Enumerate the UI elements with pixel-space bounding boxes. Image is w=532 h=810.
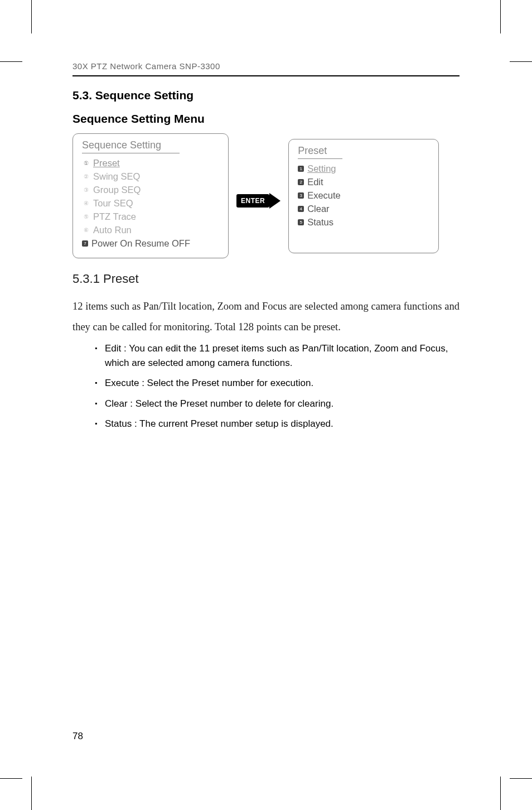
menu-item: 1Setting bbox=[298, 162, 429, 176]
preset-box: Preset 1Setting 2Edit 3Execute 4Clear 5S… bbox=[288, 139, 439, 253]
menu-item: 3Execute bbox=[298, 189, 429, 202]
menu-item: ②Swing SEQ bbox=[82, 170, 219, 184]
crop-mark bbox=[500, 0, 501, 33]
crop-mark bbox=[510, 778, 532, 779]
num-icon: 7 bbox=[82, 240, 88, 247]
page-number: 78 bbox=[72, 731, 83, 742]
crop-mark bbox=[0, 61, 22, 62]
num-icon: ① bbox=[82, 160, 90, 167]
num-icon: 4 bbox=[298, 206, 304, 212]
num-icon: ⑥ bbox=[82, 226, 90, 234]
crop-mark bbox=[31, 777, 32, 810]
menu-diagram: Sequence Setting ①Preset ②Swing SEQ ③Gro… bbox=[72, 133, 460, 258]
menu-item: ①Preset bbox=[82, 157, 219, 170]
num-icon: 5 bbox=[298, 219, 304, 225]
sequence-setting-box: Sequence Setting ①Preset ②Swing SEQ ③Gro… bbox=[72, 133, 229, 258]
list-item: Status : The current Preset number setup… bbox=[95, 417, 460, 431]
page-header: 30X PTZ Network Camera SNP-3300 bbox=[72, 61, 460, 76]
list-item: Clear : Select the Preset number to dele… bbox=[95, 397, 460, 411]
menu-item: ③Group SEQ bbox=[82, 184, 219, 197]
enter-badge: ENTER bbox=[236, 194, 269, 208]
menu-item: ④Tour SEQ bbox=[82, 197, 219, 210]
menu-item: ⑤PTZ Trace bbox=[82, 210, 219, 224]
menu-title: Sequence Setting Menu bbox=[72, 112, 460, 126]
menu-item: 7Power On Resume OFF bbox=[82, 237, 219, 250]
menu-item: 4Clear bbox=[298, 202, 429, 216]
num-icon: ② bbox=[82, 173, 90, 181]
num-icon: ④ bbox=[82, 200, 90, 208]
num-icon: 3 bbox=[298, 192, 304, 199]
box-title: Sequence Setting bbox=[82, 139, 180, 153]
enter-arrow: ENTER bbox=[236, 193, 280, 209]
menu-item: 2Edit bbox=[298, 176, 429, 189]
list-item: Edit : You can edit the 11 preset items … bbox=[95, 341, 460, 371]
box-title: Preset bbox=[298, 145, 342, 159]
list-item: Execute : Select the Preset number for e… bbox=[95, 376, 460, 390]
crop-mark bbox=[31, 0, 32, 33]
crop-mark bbox=[500, 777, 501, 810]
subsection-title: 5.3.1 Preset bbox=[72, 272, 460, 286]
crop-mark bbox=[0, 778, 22, 779]
bullet-list: Edit : You can edit the 11 preset items … bbox=[95, 341, 460, 432]
arrow-icon bbox=[269, 193, 280, 209]
num-icon: 1 bbox=[298, 166, 304, 172]
crop-mark bbox=[510, 61, 532, 62]
num-icon: ③ bbox=[82, 186, 90, 194]
num-icon: ⑤ bbox=[82, 213, 90, 221]
menu-item: 5Status bbox=[298, 216, 429, 229]
body-paragraph: 12 items such as Pan/Tilt location, Zoom… bbox=[72, 296, 460, 336]
section-title: 5.3. Sequence Setting bbox=[72, 89, 460, 102]
num-icon: 2 bbox=[298, 179, 304, 185]
menu-item: ⑥Auto Run bbox=[82, 224, 219, 237]
